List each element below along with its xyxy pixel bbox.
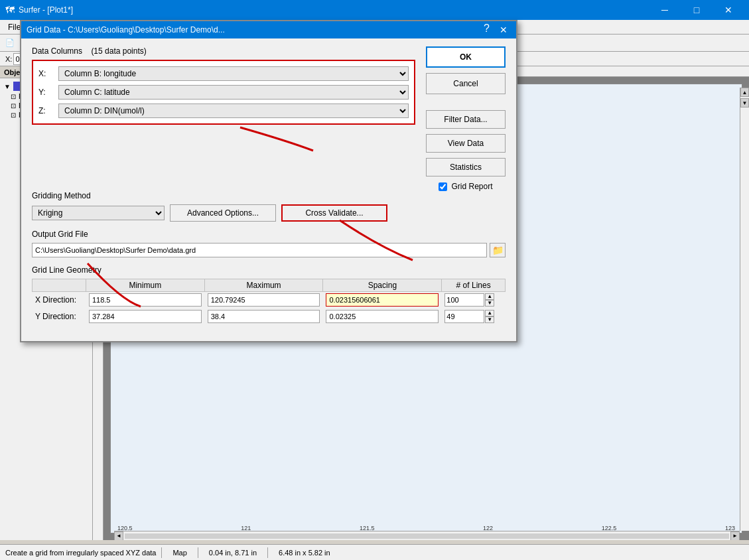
output-file-row: 📁 bbox=[32, 243, 506, 257]
y-column-row: Y: Column C: latitude bbox=[38, 85, 409, 100]
dialog-help-button[interactable]: ? bbox=[478, 23, 495, 37]
dialog-left-panel: Data Columns (15 data points) X: Column … bbox=[32, 46, 415, 133]
grid-geometry-header: Grid Line Geometry bbox=[32, 265, 506, 275]
filter-data-button[interactable]: Filter Data... bbox=[426, 110, 506, 129]
cancel-button[interactable]: Cancel bbox=[426, 73, 506, 94]
advanced-options-button[interactable]: Advanced Options... bbox=[170, 204, 276, 222]
data-columns-header: Data Columns (15 data points) bbox=[32, 46, 415, 56]
y-direction-label: Y Direction: bbox=[33, 309, 86, 325]
z-column-row: Z: Column D: DIN(umol/l) bbox=[38, 104, 409, 118]
y-label: Y: bbox=[38, 88, 58, 97]
gridding-method-select[interactable]: Kriging bbox=[32, 206, 165, 220]
view-data-button[interactable]: View Data bbox=[426, 134, 506, 153]
col-minimum: Minimum bbox=[86, 279, 204, 292]
x-maximum-cell bbox=[204, 292, 323, 309]
col-direction bbox=[33, 279, 86, 292]
output-grid-label: Output Grid File bbox=[32, 230, 506, 239]
col-maximum: Maximum bbox=[204, 279, 323, 292]
dialog-top-row: Data Columns (15 data points) X: Column … bbox=[32, 46, 506, 191]
grid-report-label: Grid Report bbox=[451, 182, 492, 191]
x-lines-spinner: ▲ ▼ bbox=[444, 293, 502, 307]
geometry-header-row: Minimum Maximum Spacing # of Lines bbox=[33, 279, 506, 292]
y-column-select[interactable]: Column C: latitude bbox=[58, 85, 409, 100]
dialog-right-panel: OK Cancel Filter Data... View Data Stati… bbox=[426, 46, 506, 191]
data-points-label: (15 data points) bbox=[91, 46, 146, 56]
y-lines-input[interactable] bbox=[444, 310, 484, 323]
x-spacing-input[interactable] bbox=[326, 293, 439, 307]
grid-report-row: Grid Report bbox=[439, 182, 492, 191]
y-maximum-input[interactable] bbox=[208, 310, 320, 323]
gridding-method-section: Gridding Method Kriging Advanced Options… bbox=[32, 191, 506, 222]
x-column-row: X: Column B: longitude bbox=[38, 66, 409, 81]
x-direction-label: X Direction: bbox=[33, 292, 86, 309]
dialog-close-button[interactable]: ✕ bbox=[496, 23, 511, 37]
y-direction-row: Y Direction: bbox=[33, 309, 506, 325]
y-spacing-input[interactable] bbox=[326, 310, 439, 323]
z-column-select[interactable]: Column D: DIN(umol/l) bbox=[58, 104, 409, 118]
gridding-method-row: Kriging Advanced Options... Cross Valida… bbox=[32, 204, 506, 222]
y-lines-spinner-buttons: ▲ ▼ bbox=[485, 310, 494, 323]
x-lines-down-button[interactable]: ▼ bbox=[485, 300, 494, 307]
output-grid-section: Output Grid File 📁 bbox=[32, 230, 506, 257]
data-columns-section: Data Columns (15 data points) X: Column … bbox=[32, 46, 415, 125]
dialog-titlebar: Grid Data - C:\Users\Guoliang\Desktop\Su… bbox=[21, 21, 516, 38]
dialog-content: Data Columns (15 data points) X: Column … bbox=[21, 38, 516, 341]
gridding-method-header: Gridding Method bbox=[32, 191, 506, 200]
z-label: Z: bbox=[38, 106, 58, 115]
y-minimum-input[interactable] bbox=[89, 310, 202, 323]
y-lines-down-button[interactable]: ▼ bbox=[485, 316, 494, 323]
x-lines-input[interactable] bbox=[444, 293, 484, 307]
statistics-button[interactable]: Statistics bbox=[426, 158, 506, 176]
y-lines-up-button[interactable]: ▲ bbox=[485, 310, 494, 316]
ok-button[interactable]: OK bbox=[426, 46, 506, 68]
dialog-titlebar-controls: ? ✕ bbox=[478, 23, 511, 37]
x-maximum-input[interactable] bbox=[208, 293, 320, 307]
x-direction-row: X Direction: bbox=[33, 292, 506, 309]
data-columns-label: Data Columns bbox=[32, 46, 82, 56]
data-columns-box: X: Column B: longitude Y: Column C: lati… bbox=[32, 60, 415, 125]
x-spacing-cell bbox=[323, 292, 442, 309]
grid-geometry-section: Grid Line Geometry Minimum Maximum Spaci… bbox=[32, 265, 506, 325]
dialog-title: Grid Data - C:\Users\Guoliang\Desktop\Su… bbox=[27, 25, 225, 35]
dialog-title-left: Grid Data - C:\Users\Guoliang\Desktop\Su… bbox=[27, 25, 225, 35]
x-lines-up-button[interactable]: ▲ bbox=[485, 293, 494, 300]
x-label: X: bbox=[38, 69, 58, 78]
geometry-table: Minimum Maximum Spacing # of Lines X Dir… bbox=[32, 279, 506, 325]
col-spacing: Spacing bbox=[323, 279, 442, 292]
grid-report-checkbox[interactable] bbox=[439, 182, 447, 191]
y-lines-spinner: ▲ ▼ bbox=[444, 310, 502, 323]
y-lines-cell: ▲ ▼ bbox=[442, 309, 506, 325]
x-minimum-input[interactable] bbox=[89, 293, 202, 307]
col-lines: # of Lines bbox=[442, 279, 506, 292]
dialog-overlay: Grid Data - C:\Users\Guoliang\Desktop\Su… bbox=[0, 0, 749, 540]
x-lines-spinner-buttons: ▲ ▼ bbox=[485, 293, 494, 307]
y-spacing-cell bbox=[323, 309, 442, 325]
browse-button[interactable]: 📁 bbox=[490, 243, 506, 257]
cross-validate-button[interactable]: Cross Validate... bbox=[281, 204, 387, 222]
x-lines-cell: ▲ ▼ bbox=[442, 292, 506, 309]
output-file-input[interactable] bbox=[32, 243, 487, 257]
grid-data-dialog: Grid Data - C:\Users\Guoliang\Desktop\Su… bbox=[20, 20, 517, 342]
y-maximum-cell bbox=[204, 309, 323, 325]
y-minimum-cell bbox=[86, 309, 204, 325]
x-column-select[interactable]: Column B: longitude bbox=[58, 66, 409, 81]
x-minimum-cell bbox=[86, 292, 204, 309]
